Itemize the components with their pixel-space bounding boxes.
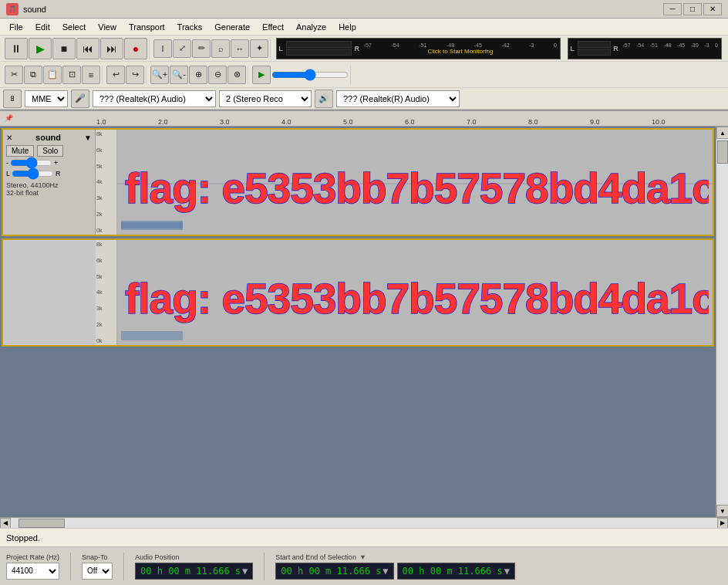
- vertical-scrollbar[interactable]: ▲ ▼: [716, 127, 728, 517]
- track-meter-icon: 🎚: [3, 90, 22, 108]
- channel-select[interactable]: 2 (Stereo Reco: [219, 90, 312, 107]
- menu-generate[interactable]: Generate: [208, 21, 256, 33]
- audio-position-value: 00 h 00 m 11.666 s: [140, 566, 241, 577]
- waveform-scale-2: 8k 6k 5k 4k 3k 2k 0k: [96, 240, 117, 345]
- zoom-out-button[interactable]: 🔍-: [170, 66, 188, 84]
- waveform-content-1[interactable]: flag: e5353bb7b57578bd4da1c898a8e2d767: [117, 130, 713, 235]
- silence-button[interactable]: ≡: [82, 66, 100, 84]
- skip-back-button[interactable]: ⏮: [76, 38, 99, 59]
- play-button[interactable]: ▶: [29, 38, 52, 59]
- vu-meter-input[interactable]: L R -57 -54 -51 -48 -45: [276, 38, 561, 59]
- vscroll-up-button[interactable]: ▲: [716, 127, 728, 139]
- menu-tracks[interactable]: Tracks: [171, 21, 209, 33]
- separator-2: [123, 553, 124, 580]
- vscroll-track[interactable]: [716, 139, 728, 505]
- audio-position-display[interactable]: 00 h 00 m 11.666 s ▼: [135, 563, 253, 580]
- selection-start-display[interactable]: 00 h 00 m 11.666 s ▼: [275, 563, 393, 580]
- waveform-display-2[interactable]: 8k 6k 5k 4k 3k 2k 0k: [96, 240, 713, 345]
- menu-transport[interactable]: Transport: [123, 21, 171, 33]
- menu-analyze[interactable]: Analyze: [290, 21, 332, 33]
- zoom-sel-button[interactable]: ⊕: [189, 66, 207, 84]
- menu-help[interactable]: Help: [332, 21, 362, 33]
- output-device-select[interactable]: ??? (Realtek(R) Audio): [336, 90, 460, 107]
- svg-rect-4: [117, 240, 713, 345]
- vscroll-down-button[interactable]: ▼: [716, 505, 728, 517]
- audio-position-dropdown[interactable]: ▼: [242, 566, 248, 577]
- track-dropdown-icon[interactable]: ▼: [84, 134, 92, 142]
- menu-select[interactable]: Select: [56, 21, 93, 33]
- titlebar-controls: ─ □ ✕: [663, 3, 722, 15]
- selection-dropdown-icon[interactable]: ▼: [359, 553, 366, 561]
- scale-4k: 4k: [96, 179, 116, 184]
- record-button[interactable]: ●: [124, 38, 147, 59]
- solo-button[interactable]: Solo: [37, 145, 63, 157]
- stop-button[interactable]: ■: [52, 38, 76, 59]
- envelope-tool-button[interactable]: ⤢: [173, 39, 191, 58]
- undo-button[interactable]: ↩: [106, 66, 125, 84]
- selection-end-display[interactable]: 00 h 00 m 11.666 s ▼: [397, 563, 515, 580]
- svg-rect-3: [121, 222, 183, 228]
- toolbar-row-2: ✂ ⧉ 📋 ⊡ ≡ ↩ ↪ 🔍+ 🔍- ⊕ ⊖ ⊗ ▶: [0, 62, 728, 88]
- scale2-5k: 5k: [96, 274, 116, 279]
- scale-6k: 6k: [96, 147, 116, 153]
- close-button[interactable]: ✕: [703, 3, 722, 15]
- redo-button[interactable]: ↪: [126, 66, 144, 84]
- horizontal-scrollbar[interactable]: ◀ ▶: [0, 517, 728, 528]
- menu-view[interactable]: View: [92, 21, 123, 33]
- project-rate-select[interactable]: 44100: [6, 563, 59, 580]
- vu-meter-output[interactable]: L R -57 -54 -51 -48 -45: [568, 38, 722, 59]
- selection-start-dropdown[interactable]: ▼: [383, 566, 388, 577]
- audio-interface-select[interactable]: MME: [25, 90, 68, 107]
- gain-slider[interactable]: [10, 158, 52, 167]
- scale-8k: 8k: [96, 131, 116, 137]
- mute-button[interactable]: Mute: [6, 145, 34, 157]
- pan-row: L R: [6, 169, 92, 178]
- hscroll-thumb[interactable]: [19, 519, 65, 528]
- menu-effect[interactable]: Effect: [256, 21, 290, 33]
- track-controls-1: ✕ sound ▼ Mute Solo - +: [3, 130, 96, 235]
- gain-min-label: -: [6, 159, 8, 167]
- hscroll-track[interactable]: [11, 518, 717, 529]
- hscroll-left-button[interactable]: ◀: [0, 518, 11, 529]
- playback-speed-slider[interactable]: [271, 69, 349, 81]
- hscroll-right-button[interactable]: ▶: [717, 518, 728, 529]
- scale-5k: 5k: [96, 164, 116, 169]
- waveform-content-2[interactable]: flag: e5353bb7b57578bd4da1c898a8e2d767: [117, 240, 713, 345]
- selection-tool-button[interactable]: I: [153, 39, 172, 58]
- zoom-fit-button[interactable]: ⊖: [208, 66, 227, 84]
- ruler-3: 4.0: [281, 118, 292, 126]
- menu-file[interactable]: File: [3, 21, 29, 33]
- snap-to-select[interactable]: Off: [82, 563, 113, 580]
- scale-0k: 0k: [96, 228, 116, 233]
- trim-button[interactable]: ⊡: [62, 66, 81, 84]
- menu-edit[interactable]: Edit: [29, 21, 56, 33]
- timeshift-tool-button[interactable]: ↔: [231, 39, 249, 58]
- pause-button[interactable]: ⏸: [5, 38, 28, 59]
- multitool-button[interactable]: ✦: [250, 39, 268, 58]
- ruler-6: 7.0: [467, 118, 477, 126]
- cut-button[interactable]: ✂: [5, 66, 23, 84]
- input-device-select[interactable]: ??? (Realtek(R) Audio): [93, 90, 216, 107]
- track-info: Stereo, 44100Hz32-bit float: [6, 181, 92, 197]
- titlebar: 🎵 sound ─ □ ✕: [0, 0, 728, 19]
- paste-button[interactable]: 📋: [43, 66, 62, 84]
- monitoring-text[interactable]: Click to Start Monitoring: [362, 48, 558, 55]
- draw-tool-button[interactable]: ✏: [192, 39, 211, 58]
- track-button-row: Mute Solo: [6, 145, 92, 157]
- maximize-button[interactable]: □: [683, 3, 702, 15]
- track-close-button[interactable]: ✕: [6, 134, 12, 142]
- copy-button[interactable]: ⧉: [24, 66, 42, 84]
- waveform-display-1[interactable]: 8k 6k 5k 4k 3k 2k 0k: [96, 130, 713, 235]
- zoom-tool-button[interactable]: ⌕: [211, 39, 230, 58]
- skip-forward-button[interactable]: ⏭: [100, 38, 123, 59]
- zoom-full-button[interactable]: ⊗: [228, 66, 246, 84]
- selection-end-dropdown[interactable]: ▼: [504, 566, 510, 577]
- ruler-4: 5.0: [343, 118, 353, 126]
- vscroll-thumb[interactable]: [717, 140, 728, 164]
- minimize-button[interactable]: ─: [663, 3, 682, 15]
- svg-rect-5: [121, 331, 183, 340]
- pan-slider[interactable]: [12, 169, 54, 178]
- zoom-in-button[interactable]: 🔍+: [150, 66, 169, 84]
- play-at-speed-button[interactable]: ▶: [252, 66, 271, 84]
- tools-group: I ⤢ ✏ ⌕ ↔ ✦: [152, 39, 271, 58]
